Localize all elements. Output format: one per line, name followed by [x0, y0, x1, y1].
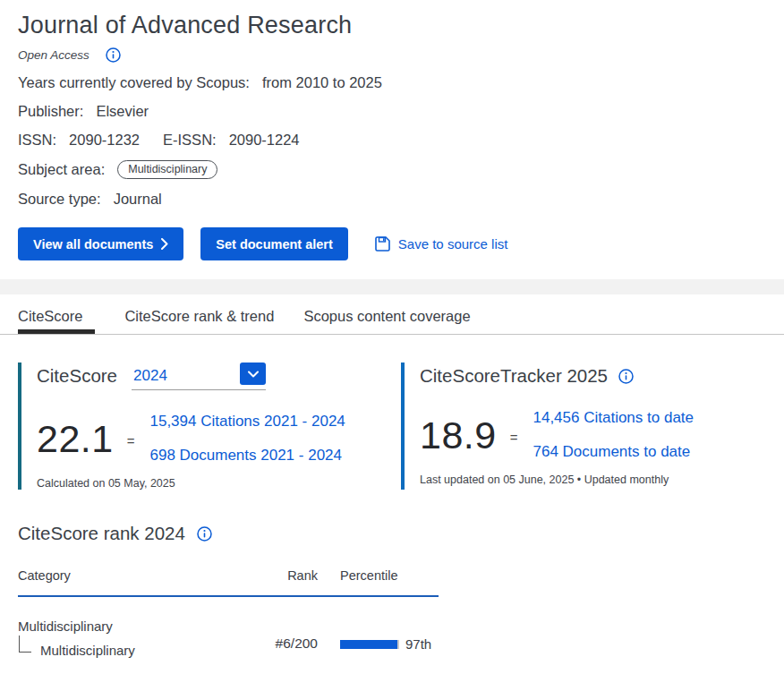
tab-scopus-content-coverage[interactable]: Scopus content coverage	[303, 308, 470, 334]
percentile-bar-fill	[340, 640, 397, 649]
subject-area-chip[interactable]: Multidisciplinary	[117, 160, 217, 179]
tracker-fraction: 14,456 Citations to date 764 Documents t…	[531, 409, 699, 461]
subject-area-row: Subject area: Multidisciplinary	[18, 160, 766, 179]
tree-elbow-icon	[19, 636, 31, 653]
rank-table: Category Rank Percentile Multidisciplina…	[18, 568, 439, 658]
rank-cell: #6/200	[255, 636, 318, 658]
category-cell: Multidisciplinary Multidisciplinary	[18, 618, 255, 658]
set-document-alert-button[interactable]: Set document alert	[200, 227, 348, 260]
set-document-alert-label: Set document alert	[216, 237, 333, 252]
citescore-footnote: Calculated on 05 May, 2025	[37, 477, 385, 490]
tracker-footnote: Last updated on 05 June, 2025 • Updated …	[420, 473, 766, 486]
save-to-source-list-link[interactable]: Save to source list	[374, 235, 508, 252]
tab-bar: CiteScore CiteScore rank & trend Scopus …	[0, 294, 784, 335]
save-to-source-list-label: Save to source list	[398, 236, 508, 252]
open-access-row: Open Access	[18, 47, 766, 63]
table-row: Multidisciplinary Multidisciplinary #6/2…	[18, 597, 439, 658]
documents-link[interactable]: 698 Documents 2021 - 2024	[148, 439, 350, 465]
tracker-panel-title: CiteScoreTracker 2025	[420, 363, 634, 387]
citations-link[interactable]: 15,394 Citations 2021 - 2024	[148, 413, 350, 439]
tracker-panel-head: CiteScoreTracker 2025	[420, 363, 766, 387]
tracker-info-icon[interactable]	[618, 369, 634, 384]
section-divider-band	[0, 279, 784, 294]
percentile-column-header: Percentile	[340, 568, 439, 583]
percentile-bar	[340, 640, 399, 649]
publisher-value: Elsevier	[96, 103, 149, 120]
tab-citescore-rank-trend[interactable]: CiteScore rank & trend	[124, 308, 274, 334]
years-covered-label: Years currently covered by Scopus:	[18, 74, 250, 91]
view-all-documents-button[interactable]: View all documents	[18, 227, 183, 260]
chevron-down-icon	[248, 371, 259, 378]
years-covered-value: from 2010 to 2025	[262, 74, 382, 91]
issn-value: 2090-1232	[69, 132, 140, 149]
citescore-formula: 22.1 = 15,394 Citations 2021 - 2024 698 …	[37, 413, 385, 465]
category-child-label: Multidisciplinary	[40, 643, 135, 658]
category-child-row: Multidisciplinary	[18, 636, 255, 658]
citescore-fraction: 15,394 Citations 2021 - 2024 698 Documen…	[148, 413, 350, 465]
tracker-title-text: CiteScoreTracker 2025	[420, 365, 608, 387]
citescore-panel-title: CiteScore	[37, 363, 117, 387]
publisher-row: Publisher: Elsevier	[18, 103, 766, 120]
page-title: Journal of Advanced Research	[18, 12, 766, 39]
issn-row: ISSN: 2090-1232 E-ISSN: 2090-1224	[18, 132, 766, 149]
source-type-row: Source type: Journal	[18, 191, 766, 208]
citescore-value: 22.1	[37, 417, 114, 461]
tracker-value: 18.9	[420, 414, 497, 457]
chevron-right-icon	[161, 238, 168, 250]
save-icon	[374, 235, 391, 252]
year-dropdown-button[interactable]	[240, 363, 266, 385]
publisher-label: Publisher:	[18, 103, 83, 120]
eissn-value: 2090-1224	[229, 132, 300, 149]
source-type-value: Journal	[114, 191, 162, 208]
citescore-year-select[interactable]: 2024	[132, 363, 266, 390]
percentile-label: 97th	[405, 636, 431, 652]
rank-table-header: Category Rank Percentile	[18, 568, 439, 597]
equals-sign: =	[510, 426, 518, 445]
citescore-panel-head: CiteScore 2024	[37, 363, 385, 390]
subject-area-label: Subject area:	[18, 161, 105, 178]
header-actions: View all documents Set document alert Sa…	[18, 227, 766, 260]
tracker-documents-link[interactable]: 764 Documents to date	[531, 435, 699, 461]
equals-sign: =	[127, 430, 135, 448]
years-covered-row: Years currently covered by Scopus: from …	[18, 74, 766, 91]
source-header: Journal of Advanced Research Open Access…	[0, 0, 784, 260]
rank-info-icon[interactable]	[197, 526, 212, 542]
citescore-cards: CiteScore 2024 22.1 = 15,394 Citations 2…	[0, 363, 784, 490]
open-access-label: Open Access	[18, 48, 89, 62]
citescore-panel: CiteScore 2024 22.1 = 15,394 Citations 2…	[18, 363, 385, 490]
tab-citescore[interactable]: CiteScore	[18, 308, 95, 334]
rank-section-title: CiteScore rank 2024	[18, 523, 766, 544]
eissn-label: E-ISSN:	[163, 132, 217, 149]
percentile-cell: 97th	[340, 636, 439, 658]
rank-title-text: CiteScore rank 2024	[18, 523, 185, 544]
citescore-tracker-panel: CiteScoreTracker 2025 18.9 = 14,456 Cita…	[401, 363, 766, 490]
category-parent-label: Multidisciplinary	[18, 618, 255, 634]
issn-label: ISSN:	[18, 132, 56, 149]
info-icon[interactable]	[106, 47, 121, 63]
citescore-year-value: 2024	[133, 367, 167, 385]
source-type-label: Source type:	[18, 191, 101, 208]
rank-column-header: Rank	[255, 568, 318, 583]
category-column-header: Category	[18, 568, 255, 583]
tracker-formula: 18.9 = 14,456 Citations to date 764 Docu…	[420, 409, 766, 461]
tracker-citations-link[interactable]: 14,456 Citations to date	[531, 409, 699, 435]
citescore-rank-section: CiteScore rank 2024 Category Rank Percen…	[0, 523, 784, 658]
view-all-documents-label: View all documents	[33, 237, 153, 252]
